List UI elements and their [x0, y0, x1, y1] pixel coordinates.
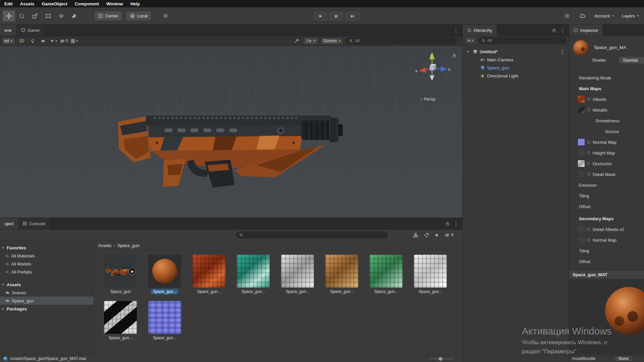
scale-tool-button[interactable]	[29, 10, 41, 21]
assets-section[interactable]: ▾ Assets	[0, 281, 94, 289]
asset-item[interactable]: Space_gun...	[237, 255, 270, 294]
texture-picker-icon[interactable]	[587, 238, 590, 242]
kebab-menu-icon[interactable]: ⋮	[560, 28, 565, 33]
detail-albedo-thumb[interactable]	[578, 226, 585, 233]
scene-search-input[interactable]: All	[346, 38, 457, 44]
menu-gameobject[interactable]: GameObject	[38, 0, 71, 7]
project-search-input[interactable]	[236, 232, 388, 238]
albedo-texture-thumb[interactable]	[578, 96, 585, 103]
shading-mode-dropdown[interactable]: ed ▾	[2, 38, 15, 45]
kebab-menu-icon[interactable]: ⋮	[453, 28, 459, 33]
tab-game[interactable]: Game	[16, 24, 44, 36]
occlusion-texture-thumb[interactable]	[578, 160, 585, 167]
kebab-menu-icon[interactable]: ⋮	[560, 49, 569, 54]
detail-albedo-row[interactable]: Detail Albedo x2	[578, 225, 644, 233]
scene-root-row[interactable]: ▾ Untitled* ⋮	[463, 48, 569, 56]
create-object-button[interactable]: + ▾	[465, 37, 476, 44]
height-map-row[interactable]: Height Map	[578, 149, 644, 157]
scene-camera-dropdown[interactable]: ▾	[304, 38, 318, 45]
search-by-label-icon[interactable]	[424, 233, 429, 238]
height-map-thumb[interactable]	[578, 149, 585, 156]
texture-picker-icon[interactable]	[587, 228, 590, 231]
menu-assets[interactable]: Assets	[16, 0, 38, 7]
scene-effects-dropdown[interactable]: ▾	[49, 38, 58, 45]
metallic-texture-thumb[interactable]	[578, 107, 585, 113]
tab-hierarchy[interactable]: Hierarchy	[463, 24, 497, 36]
texture-picker-icon[interactable]	[587, 98, 590, 101]
offset-row[interactable]: Offset	[579, 202, 644, 210]
tab-scene[interactable]: ene	[0, 24, 16, 36]
asset-item[interactable]: Space_gun...	[193, 255, 225, 294]
custom-tool-button[interactable]	[68, 10, 80, 21]
breadcrumb-current[interactable]: Space_gun	[117, 243, 140, 248]
rendering-mode-row[interactable]: Rendering Mode	[579, 74, 644, 82]
occlusion-row[interactable]: Occlusion	[578, 160, 644, 168]
assetbundle-dropdown[interactable]: None	[614, 356, 633, 362]
hierarchy-item-space-gun[interactable]: Space_gun	[463, 64, 569, 72]
pivot-center-button[interactable]: Center	[94, 11, 122, 21]
cloud-button[interactable]	[575, 10, 590, 21]
scene-lighting-toggle[interactable]	[28, 38, 37, 45]
scene-tools-button[interactable]	[292, 38, 301, 45]
asset-item[interactable]: Space_gun...	[148, 301, 181, 341]
scene-viewport[interactable]: y x z ‹	[0, 46, 462, 218]
foldout-arrow-icon[interactable]: ▾	[467, 50, 471, 53]
normal-map-row[interactable]: Normal Map	[578, 138, 644, 146]
asset-item[interactable]: Space_gun...	[325, 255, 358, 294]
favorite-all-models[interactable]: All Models	[0, 260, 94, 268]
transform-tool-button[interactable]	[55, 10, 67, 21]
texture-picker-icon[interactable]	[587, 108, 590, 112]
asset-item[interactable]: Space_gun...	[281, 255, 314, 294]
lock-icon[interactable]	[552, 28, 556, 33]
hidden-count-indicator[interactable]: 9	[444, 233, 453, 238]
metallic-row[interactable]: Metallic	[578, 106, 644, 114]
breadcrumb-root[interactable]: Assets	[98, 243, 111, 248]
asset-item[interactable]: Space_gun...	[148, 255, 181, 294]
move-tool-button[interactable]	[3, 10, 15, 21]
menu-component[interactable]: Component	[71, 0, 103, 7]
secondary-normal-thumb[interactable]	[578, 237, 585, 243]
search-by-type-icon[interactable]	[413, 233, 418, 238]
asset-item[interactable]: Space_gun...	[414, 255, 447, 294]
tab-inspector[interactable]: Inspector	[569, 24, 602, 36]
pivot-local-button[interactable]: Local	[126, 11, 152, 21]
account-dropdown[interactable]: Account ▾	[590, 10, 618, 21]
slider-knob[interactable]	[439, 357, 442, 361]
packages-section[interactable]: ▸ Packages	[0, 305, 94, 313]
secondary-tiling-row[interactable]: Tiling	[579, 247, 644, 255]
thumbnail-size-slider[interactable]	[430, 358, 454, 359]
detail-mask-row[interactable]: Detail Mask	[578, 170, 644, 178]
material-preview-area[interactable]	[569, 280, 644, 355]
rect-tool-button[interactable]	[42, 10, 54, 21]
kebab-menu-icon[interactable]: ⋮	[453, 221, 459, 226]
folder-scenes[interactable]: Scenes	[0, 289, 94, 297]
texture-picker-icon[interactable]	[587, 151, 590, 155]
save-search-icon[interactable]: ★	[435, 232, 439, 238]
hierarchy-item-directional-light[interactable]: Directional Light	[463, 72, 569, 80]
gizmo-lock-icon[interactable]	[452, 53, 457, 58]
step-button[interactable]	[344, 10, 361, 22]
gizmos-dropdown[interactable]: Gizmos ▾	[321, 38, 343, 45]
grid-snap-button[interactable]	[158, 11, 172, 21]
scene-grid-dropdown[interactable]: ▾	[70, 38, 78, 45]
menu-edit[interactable]: Edit	[1, 0, 16, 7]
preview-play-icon[interactable]: ▶	[128, 267, 136, 275]
normal-map-thumb[interactable]	[578, 139, 585, 145]
folder-space-gun[interactable]: Space_gun	[0, 297, 94, 305]
detail-mask-thumb[interactable]	[578, 171, 585, 178]
scene-orientation-gizmo[interactable]: y x z	[415, 49, 452, 89]
secondary-offset-row[interactable]: Offset	[579, 257, 644, 265]
favorite-all-materials[interactable]: All Materials	[0, 252, 94, 260]
2d-toggle[interactable]: 2D	[17, 38, 26, 45]
emission-row[interactable]: Emission	[579, 181, 644, 189]
rotate-tool-button[interactable]	[16, 10, 28, 21]
favorites-section[interactable]: ▾ Favorites	[0, 244, 94, 252]
asset-item[interactable]: Space_gun...	[370, 255, 402, 294]
gun-model[interactable]	[113, 101, 345, 191]
menu-help[interactable]: Help	[127, 0, 144, 7]
tab-console[interactable]: Console	[18, 218, 50, 229]
shader-dropdown[interactable]: Standar	[619, 56, 644, 64]
layers-dropdown[interactable]: Layers ▾	[618, 10, 644, 21]
hierarchy-search-input[interactable]: All	[478, 37, 567, 44]
material-preview-header[interactable]: Space_gun_MAT	[569, 270, 644, 279]
